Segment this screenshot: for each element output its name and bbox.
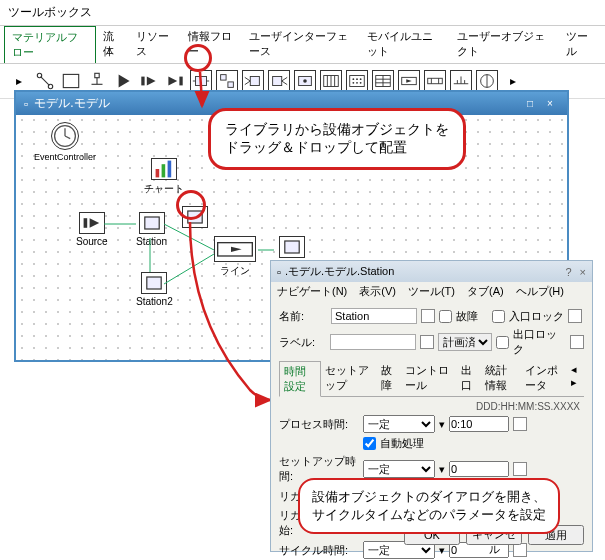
close-button[interactable]: × <box>541 97 559 111</box>
drain-icon[interactable] <box>164 70 186 92</box>
setup-val[interactable] <box>449 461 509 477</box>
sorter-icon[interactable] <box>346 70 368 92</box>
tab-ui[interactable]: ユーザインターフェース <box>242 26 360 63</box>
label-field[interactable] <box>330 334 416 350</box>
tab-stats[interactable]: 統計情報 <box>481 361 521 396</box>
callout-set-params: 設備オブジェクトのダイアログを開き、 サイクルタイムなどのパラメータを設定 <box>298 478 560 534</box>
svg-point-24 <box>303 79 307 83</box>
cycle-label: サイクル時間: <box>279 543 359 558</box>
pick-icon[interactable] <box>294 70 316 92</box>
name-square[interactable] <box>421 309 435 323</box>
setup-dist[interactable]: 一定 <box>363 460 435 478</box>
tab-mobile-unit[interactable]: モバイルユニット <box>360 26 450 63</box>
tab-control[interactable]: コントロール <box>401 361 457 396</box>
tab-user-obj[interactable]: ユーザーオブジェクト <box>450 26 559 63</box>
tab-setup[interactable]: セットアップ <box>321 361 377 396</box>
format-hint: DDD:HH:MM:SS.XXXX <box>279 401 584 412</box>
process-square[interactable] <box>513 417 527 431</box>
turntable-icon[interactable] <box>476 70 498 92</box>
svg-rect-55 <box>162 164 166 177</box>
chart-node[interactable]: チャート <box>144 158 184 196</box>
station2-node[interactable]: Station2 <box>136 272 173 307</box>
station-icon[interactable] <box>190 70 212 92</box>
play-icon[interactable] <box>112 70 134 92</box>
svg-rect-57 <box>83 218 87 228</box>
tab-importer[interactable]: インポータ <box>521 361 569 396</box>
frame-icon: ▫ <box>24 97 28 111</box>
svg-rect-4 <box>95 73 99 77</box>
inlock-square[interactable] <box>568 309 582 323</box>
inlock-check[interactable] <box>492 310 505 323</box>
disassembly-icon[interactable] <box>268 70 290 92</box>
tab-resource[interactable]: リソース <box>129 26 181 63</box>
svg-line-22 <box>282 81 287 85</box>
conv-icon[interactable] <box>424 70 446 92</box>
tab-exit[interactable]: 出口 <box>457 361 481 396</box>
station-node[interactable]: Station <box>136 212 167 247</box>
event-controller[interactable]: EventController <box>34 122 96 162</box>
process-dist[interactable]: 一定 <box>363 415 435 433</box>
name-label: 名前: <box>279 309 327 324</box>
svg-rect-42 <box>428 78 443 83</box>
svg-rect-59 <box>144 217 158 229</box>
model-title-text: モデル.モデル <box>34 95 109 112</box>
svg-rect-56 <box>168 161 172 178</box>
planned-select[interactable]: 計画済 <box>438 333 492 351</box>
label-label: ラベル: <box>279 335 326 350</box>
more-icon[interactable]: ▸ <box>502 70 524 92</box>
max-button[interactable]: □ <box>521 97 539 111</box>
process-label: プロセス時間: <box>279 417 359 432</box>
line-node[interactable]: ライン <box>214 236 256 278</box>
menu-tools[interactable]: ツール(T) <box>408 284 455 299</box>
svg-line-18 <box>245 81 250 85</box>
help-button[interactable]: ? <box>565 266 571 278</box>
highlight-ring-canvas <box>176 190 206 220</box>
tab-time[interactable]: 時間設定 <box>279 361 321 397</box>
menu-tab[interactable]: タブ(A) <box>467 284 504 299</box>
tab-fault[interactable]: 故障 <box>377 361 401 396</box>
frame-icon[interactable] <box>60 70 82 92</box>
tab-material-flow[interactable]: マテリアルフロー <box>4 26 96 63</box>
buffer-icon[interactable] <box>320 70 342 92</box>
svg-rect-16 <box>228 82 233 87</box>
menu-view[interactable]: 表示(V) <box>359 284 396 299</box>
assembly-icon[interactable] <box>242 70 264 92</box>
auto-check[interactable] <box>363 437 376 450</box>
process-val[interactable] <box>449 416 509 432</box>
close-button[interactable]: × <box>580 266 586 278</box>
dialog-tabs: 時間設定 セットアップ 故障 コントロール 出口 統計情報 インポータ ◂ ▸ <box>279 361 584 397</box>
track-icon[interactable] <box>450 70 472 92</box>
menu-navigate[interactable]: ナビゲート(N) <box>277 284 347 299</box>
svg-point-33 <box>352 82 354 84</box>
pointer-icon[interactable]: ▸ <box>8 70 30 92</box>
store-icon[interactable] <box>372 70 394 92</box>
outlock-square[interactable] <box>570 335 584 349</box>
label-square[interactable] <box>420 335 434 349</box>
svg-rect-29 <box>350 76 365 87</box>
connector-icon[interactable] <box>34 70 56 92</box>
outlock-check[interactable] <box>496 336 509 349</box>
dialog-icon: ▫ <box>277 266 281 278</box>
toolbox-title: ツールボックス <box>0 0 605 26</box>
svg-point-35 <box>360 82 362 84</box>
svg-marker-63 <box>231 246 242 251</box>
tab-tools[interactable]: ツール <box>559 26 601 63</box>
tab-fluid[interactable]: 流体 <box>96 26 129 63</box>
source-icon[interactable] <box>138 70 160 92</box>
fault-check[interactable] <box>439 310 452 323</box>
name-field[interactable] <box>331 308 417 324</box>
svg-point-30 <box>352 78 354 80</box>
svg-line-17 <box>245 77 250 81</box>
callout-drag-drop: ライブラリから設備オブジェクトを ドラッグ＆ドロップして配置 <box>208 108 466 170</box>
line-icon[interactable] <box>398 70 420 92</box>
interface-icon[interactable] <box>86 70 108 92</box>
toolbox-tabs: マテリアルフロー 流体 リソース 情報フロー ユーザインターフェース モバイルユ… <box>0 26 605 64</box>
parallel-icon[interactable] <box>216 70 238 92</box>
svg-line-1 <box>41 77 50 86</box>
source-node[interactable]: Source <box>76 212 108 247</box>
svg-marker-9 <box>147 77 156 86</box>
svg-marker-10 <box>168 77 177 86</box>
svg-rect-64 <box>285 241 299 253</box>
svg-rect-8 <box>141 77 144 86</box>
menu-help[interactable]: ヘルプ(H) <box>516 284 564 299</box>
